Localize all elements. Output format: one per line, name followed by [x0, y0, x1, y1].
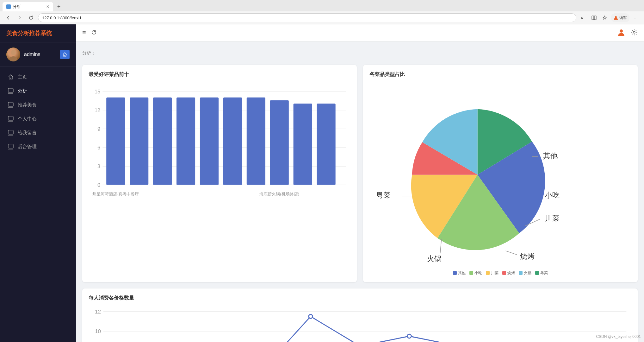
svg-text:9: 9: [97, 126, 100, 132]
svg-rect-26: [130, 98, 148, 185]
svg-text:州星河湾酒店·真粤中餐厅: 州星河湾酒店·真粤中餐厅: [92, 192, 139, 196]
legend-dot-chuancai: [486, 271, 490, 275]
svg-text:6: 6: [97, 145, 100, 150]
sidebar: 美食分析推荐系统 admins: [0, 24, 76, 342]
feedback-nav-icon: [8, 130, 14, 136]
sidebar-item-feedback[interactable]: 给我留言: [0, 126, 76, 140]
pie-chart-card: 各菜品类型占比: [363, 65, 638, 282]
more-options-button[interactable]: ···: [631, 13, 640, 22]
home-shortcut-button[interactable]: [60, 50, 70, 59]
tab-close-button[interactable]: ✕: [46, 4, 49, 9]
svg-rect-33: [294, 104, 312, 185]
top-bar: ≡: [76, 24, 644, 41]
svg-point-59: [309, 314, 313, 318]
username: admins: [24, 52, 40, 57]
sidebar-item-analysis-label: 分析: [18, 88, 27, 94]
tab-title: 分析: [13, 4, 21, 10]
visitor-label: 访客: [619, 15, 627, 21]
sidebar-item-profile[interactable]: 个人中心: [0, 112, 76, 126]
sidebar-item-admin[interactable]: 后台管理: [0, 140, 76, 154]
home-icon: [62, 52, 67, 57]
svg-text:小吃: 小吃: [545, 191, 560, 199]
home-nav-icon: [8, 74, 14, 80]
legend-dot-qita: [453, 271, 457, 275]
svg-point-4: [11, 50, 16, 55]
svg-text:10: 10: [95, 328, 101, 334]
svg-text:川菜: 川菜: [545, 214, 560, 222]
legend-label-xiaochi: 小吃: [474, 270, 482, 276]
topbar-refresh-button[interactable]: [91, 29, 97, 36]
svg-rect-34: [317, 104, 336, 185]
forward-button[interactable]: [15, 13, 24, 22]
browser-tabs: 分析 ✕ +: [0, 0, 644, 11]
legend-item-yuecai: 粤菜: [535, 270, 548, 276]
active-tab[interactable]: 分析 ✕: [3, 2, 53, 11]
breadcrumb: 分析 ›: [82, 48, 638, 59]
nav-menu: 主页 分析 推荐美食 个人中心: [0, 67, 76, 342]
legend-item-xiaochi: 小吃: [469, 270, 482, 276]
settings-icon: [631, 29, 638, 36]
back-button[interactable]: [4, 13, 13, 22]
pie-chart-title: 各菜品类型占比: [369, 71, 631, 78]
svg-rect-2: [594, 16, 596, 20]
legend-dot-xiaochi: [469, 271, 473, 275]
svg-text:0: 0: [97, 182, 100, 188]
bar-chart-card: 最受好评菜品前十 15 12 9 6 3 0: [82, 65, 357, 282]
legend-dot-huoguo: [519, 271, 523, 275]
menu-toggle-button[interactable]: ≡: [82, 29, 86, 36]
avatar-image: [6, 48, 20, 61]
sidebar-item-analysis[interactable]: 分析: [0, 84, 76, 98]
svg-text:海底捞火锅(机场路店): 海底捞火锅(机场路店): [259, 192, 299, 196]
svg-text:A: A: [581, 16, 583, 20]
line-chart-svg: 12 10 8 6 4: [89, 307, 631, 342]
svg-text:15: 15: [95, 89, 100, 94]
legend-item-qita: 其他: [453, 270, 466, 276]
reload-button[interactable]: [27, 13, 35, 22]
legend-item-chuancai: 川菜: [486, 270, 498, 276]
svg-line-44: [506, 251, 517, 255]
visitor-button[interactable]: 访客: [611, 13, 629, 22]
browser-actions: A 访客 ···: [579, 13, 640, 22]
svg-point-12: [633, 31, 635, 33]
reader-mode-button[interactable]: A: [579, 13, 588, 22]
svg-rect-10: [8, 144, 13, 148]
svg-rect-29: [200, 98, 219, 185]
svg-rect-25: [106, 98, 125, 185]
recommend-nav-icon: [8, 102, 14, 108]
favorites-button[interactable]: [600, 13, 609, 22]
main-content: ≡: [76, 24, 644, 342]
bar-chart-svg: 15 12 9 6 3 0: [89, 83, 350, 214]
browser-controls: 127.0.0.1:8000/fenxi1 A 访客 ···: [0, 11, 644, 24]
svg-rect-9: [8, 130, 13, 134]
legend-label-yuecai: 粤菜: [540, 270, 548, 276]
profile-nav-icon: [8, 116, 14, 122]
sidebar-item-home[interactable]: 主页: [0, 70, 76, 84]
legend-item-shaokao: 烧烤: [502, 270, 515, 276]
svg-text:火锅: 火锅: [427, 255, 442, 263]
line-chart-card: 每人消费各价格数量 12 10 8 6 4: [82, 288, 638, 342]
legend-dot-shaokao: [502, 271, 506, 275]
user-profile-icon[interactable]: [617, 28, 626, 38]
address-text: 127.0.0.1:8000/fenxi1: [42, 16, 82, 20]
svg-rect-7: [8, 102, 13, 106]
svg-rect-27: [153, 98, 172, 185]
breadcrumb-separator: ›: [93, 51, 95, 56]
legend-item-huoguo: 火锅: [519, 270, 531, 276]
address-bar[interactable]: 127.0.0.1:8000/fenxi1: [38, 13, 576, 22]
charts-top-row: 最受好评菜品前十 15 12 9 6 3 0: [82, 65, 638, 282]
sidebar-item-admin-label: 后台管理: [18, 144, 37, 150]
bar-chart-title: 最受好评菜品前十: [89, 71, 350, 78]
line-chart-title: 每人消费各价格数量: [89, 295, 631, 301]
svg-text:其他: 其他: [543, 152, 558, 160]
svg-text:12: 12: [95, 308, 101, 314]
new-tab-button[interactable]: +: [54, 2, 63, 11]
split-view-button[interactable]: [590, 13, 598, 22]
sidebar-item-recommend[interactable]: 推荐美食: [0, 98, 76, 112]
sidebar-logo: 美食分析推荐系统: [0, 24, 76, 42]
sidebar-user: admins: [0, 42, 76, 67]
svg-text:粤菜: 粤菜: [376, 191, 391, 199]
svg-rect-30: [223, 98, 242, 185]
settings-button[interactable]: [631, 29, 638, 37]
line-chart-container: 12 10 8 6 4: [89, 307, 631, 342]
svg-point-11: [620, 29, 623, 33]
